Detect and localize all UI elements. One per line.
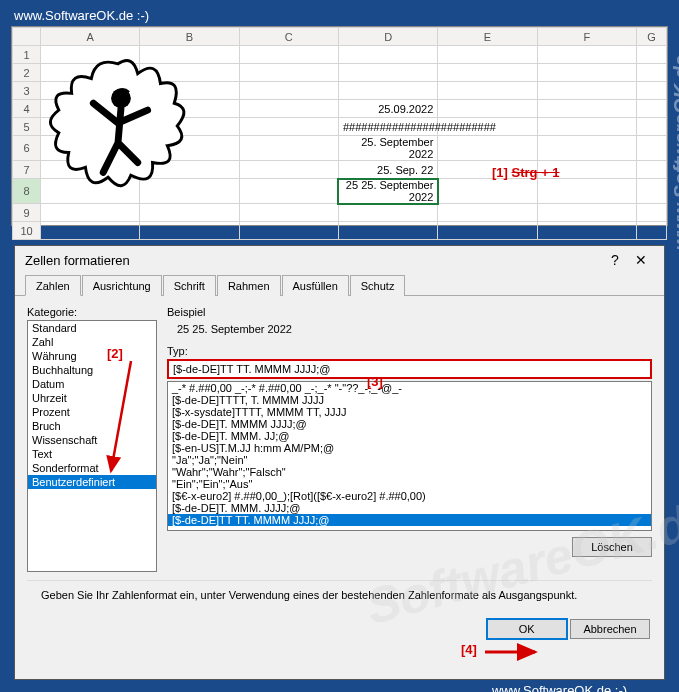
format-list[interactable]: _-* #.##0,00 _-;-* #.##0,00 _-;_-* "-"??… [167,381,652,531]
format-item[interactable]: [$-de-DE]TT TT. MMMM JJJJ;@ [168,514,651,526]
category-item[interactable]: Wissenschaft [28,433,156,447]
cell[interactable] [637,82,667,100]
format-item[interactable]: _-* #.##0,00 _-;-* #.##0,00 _-;_-* "-"??… [168,382,651,394]
cell[interactable] [537,179,636,204]
row-header[interactable]: 5 [13,118,41,136]
ok-button[interactable]: OK [487,619,567,639]
cell[interactable] [338,64,437,82]
format-item[interactable]: "Ein";"Ein";"Aus" [168,478,651,490]
cell[interactable] [239,118,338,136]
cell[interactable] [637,64,667,82]
cell[interactable] [637,204,667,222]
cancel-button[interactable]: Abbrechen [570,619,650,639]
delete-button[interactable]: Löschen [572,537,652,557]
cell[interactable] [537,100,636,118]
tab-ausrichtung[interactable]: Ausrichtung [82,275,162,296]
category-item[interactable]: Prozent [28,405,156,419]
cell[interactable] [41,204,140,222]
cell[interactable]: 25 25. September 2022 [338,179,437,204]
category-item[interactable]: Benutzerdefiniert [28,475,156,489]
category-item[interactable]: Sonderformat [28,461,156,475]
cell[interactable] [41,222,140,240]
corner-cell[interactable] [13,28,41,46]
close-icon[interactable]: ✕ [628,252,654,268]
cell[interactable] [637,179,667,204]
cell[interactable] [239,82,338,100]
cell[interactable] [637,222,667,240]
row-header[interactable]: 2 [13,64,41,82]
cell[interactable] [239,64,338,82]
cell[interactable] [338,222,437,240]
cell[interactable] [239,179,338,204]
cell[interactable] [537,136,636,161]
tab-zahlen[interactable]: Zahlen [25,275,81,296]
col-D[interactable]: D [338,28,437,46]
category-item[interactable]: Text [28,447,156,461]
col-B[interactable]: B [140,28,239,46]
cell[interactable] [239,100,338,118]
cell[interactable] [438,222,537,240]
cell[interactable] [537,64,636,82]
category-item[interactable]: Standard [28,321,156,335]
cell[interactable] [140,204,239,222]
format-item[interactable]: [$-en-US]T.M.JJ h:mm AM/PM;@ [168,442,651,454]
cell[interactable] [537,82,636,100]
cell[interactable] [537,204,636,222]
cell[interactable] [438,64,537,82]
cell[interactable] [438,46,537,64]
category-item[interactable]: Datum [28,377,156,391]
cell[interactable] [338,82,437,100]
cell[interactable] [438,82,537,100]
cell[interactable] [438,204,537,222]
format-item[interactable]: [$-de-DE]T. MMM. JJJJ;@ [168,502,651,514]
cell[interactable] [637,161,667,179]
cell[interactable] [537,118,636,136]
cell[interactable] [239,222,338,240]
row-header[interactable]: 8 [13,179,41,204]
cell[interactable] [438,136,537,161]
cell[interactable] [438,179,537,204]
format-item[interactable]: "Ja";"Ja";"Nein" [168,454,651,466]
cell[interactable] [338,204,437,222]
tab-rahmen[interactable]: Rahmen [217,275,281,296]
cell[interactable] [140,222,239,240]
cell[interactable]: 25. Sep. 22 [338,161,437,179]
cell[interactable] [537,222,636,240]
row-header[interactable]: 7 [13,161,41,179]
category-item[interactable]: Währung [28,349,156,363]
spreadsheet[interactable]: A B C D E F G 1 2 3 4 25.09.2022 [11,26,668,226]
cell[interactable] [637,136,667,161]
cell[interactable]: 25.09.2022 [338,100,437,118]
cell[interactable] [537,46,636,64]
tab-ausfüllen[interactable]: Ausfüllen [282,275,349,296]
row-header[interactable]: 6 [13,136,41,161]
category-item[interactable]: Uhrzeit [28,391,156,405]
col-F[interactable]: F [537,28,636,46]
cell[interactable] [637,46,667,64]
format-item[interactable]: [$-de-DE]T. MMMM JJJJ;@ [168,418,651,430]
format-item[interactable]: [$-de-DE]T. MMM. JJ;@ [168,430,651,442]
cell[interactable]: ######################### [338,118,437,136]
row-header[interactable]: 10 [13,222,41,240]
cell[interactable] [637,100,667,118]
category-item[interactable]: Buchhaltung [28,363,156,377]
col-A[interactable]: A [41,28,140,46]
col-C[interactable]: C [239,28,338,46]
row-header[interactable]: 4 [13,100,41,118]
row-header[interactable]: 1 [13,46,41,64]
row-header[interactable]: 3 [13,82,41,100]
tab-schutz[interactable]: Schutz [350,275,406,296]
col-E[interactable]: E [438,28,537,46]
cell[interactable]: 25. September 2022 [338,136,437,161]
row-header[interactable]: 9 [13,204,41,222]
cell[interactable] [239,204,338,222]
cell[interactable] [239,161,338,179]
type-input[interactable] [167,359,652,379]
format-item[interactable]: [$-de-DE]TTTT, T. MMMM JJJJ [168,394,651,406]
category-item[interactable]: Bruch [28,419,156,433]
col-G[interactable]: G [637,28,667,46]
cell[interactable] [637,118,667,136]
tab-schrift[interactable]: Schrift [163,275,216,296]
cell[interactable] [239,46,338,64]
format-item[interactable]: [$€-x-euro2] #.##0,00_);[Rot]([$€-x-euro… [168,490,651,502]
